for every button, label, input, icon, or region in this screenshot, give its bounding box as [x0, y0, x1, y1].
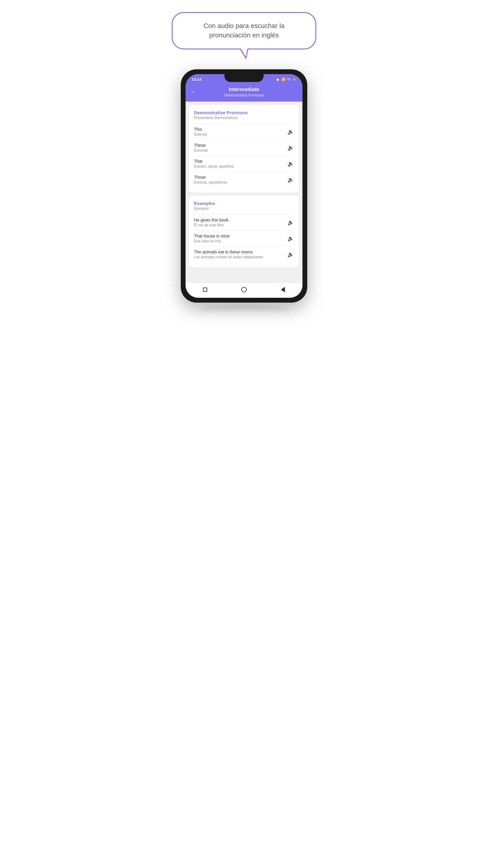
nav-back-button[interactable] — [202, 286, 208, 293]
section1-title: Demonstrative Pronouns — [194, 110, 294, 115]
vocab-es-this: Este/a/o — [194, 132, 207, 136]
page-wrapper: Con audio para escuchar la pronunciación… — [163, 12, 325, 314]
example-item-1[interactable]: He gives this book Él me da este libro 🔉 — [194, 214, 294, 230]
pronouns-card: Demonstrative Pronouns Pronombres Demost… — [189, 105, 299, 192]
charging-icon: ⚡ — [292, 78, 296, 82]
square-icon — [203, 287, 207, 292]
content-area: Demonstrative Pronouns Pronombres Demost… — [186, 101, 302, 282]
audio-icon-those[interactable]: 🔉 — [287, 176, 294, 183]
vocab-text-these: These Estos/as — [194, 143, 208, 153]
notch — [224, 74, 264, 82]
vocab-text-this: This Este/a/o — [194, 127, 207, 136]
vocab-text-those: Those Esos/as, aquellos/as — [194, 175, 227, 184]
circle-icon — [241, 287, 247, 292]
example-text-2: That house is mine Esa casa es mía — [194, 234, 230, 243]
vocab-es-that: Ese/a/o, aquel, aquello/a — [194, 164, 234, 168]
vocab-en-these: These — [194, 143, 208, 148]
vocab-en-this: This — [194, 127, 207, 132]
audio-icon-example-1[interactable]: 🔉 — [287, 219, 294, 226]
example-en-3: The animals eat in these rooms — [194, 250, 263, 254]
audio-icon-example-2[interactable]: 🔉 — [287, 235, 294, 242]
example-en-1: He gives this book — [194, 218, 228, 222]
section2-title: Examples — [194, 201, 294, 206]
status-icons: ⏰ 📶 43 ⚡ — [275, 78, 296, 82]
vocab-en-those: Those — [194, 175, 227, 180]
vocab-es-those: Esos/as, aquellos/as — [194, 180, 227, 184]
nav-home-button[interactable] — [241, 286, 247, 293]
triangle-icon — [281, 287, 285, 292]
speech-bubble-text: Con audio para escuchar la pronunciación… — [185, 22, 303, 40]
vocab-item-this[interactable]: This Este/a/o 🔉 — [194, 124, 294, 140]
app-header: ← Intermediate Demonstrative Pronouns — [186, 84, 302, 101]
example-en-2: That house is mine — [194, 234, 230, 239]
vocab-item-those[interactable]: Those Esos/as, aquellos/as 🔉 — [194, 172, 294, 187]
audio-icon-this[interactable]: 🔉 — [287, 128, 294, 135]
examples-card: Examples Ejemplos He gives this book Él … — [189, 196, 299, 267]
section1-subtitle: Pronombres Demostrativos — [194, 116, 294, 120]
example-item-2[interactable]: That house is mine Esa casa es mía 🔉 — [194, 230, 294, 246]
audio-icon-these[interactable]: 🔉 — [287, 144, 294, 151]
vocab-item-that[interactable]: That Ese/a/o, aquel, aquello/a 🔉 — [194, 156, 294, 172]
nav-bar — [186, 282, 302, 298]
back-button[interactable]: ← — [190, 88, 196, 95]
vocab-text-that: That Ese/a/o, aquel, aquello/a — [194, 159, 234, 168]
header-text: Intermediate Demonstrative Pronouns — [200, 87, 288, 97]
header-title: Intermediate — [200, 87, 288, 93]
example-es-2: Esa casa es mía — [194, 239, 230, 243]
status-time: 13:14 — [192, 77, 201, 82]
example-es-3: Los animales comen en estas habitaciones — [194, 255, 263, 259]
audio-icon-example-3[interactable]: 🔉 — [287, 251, 294, 258]
example-item-3[interactable]: The animals eat in these rooms Los anima… — [194, 246, 294, 262]
example-text-3: The animals eat in these rooms Los anima… — [194, 250, 263, 259]
nav-recents-button[interactable] — [280, 286, 286, 293]
example-es-1: Él me da este libro — [194, 223, 228, 227]
vocab-en-that: That — [194, 159, 234, 164]
example-text-1: He gives this book Él me da este libro — [194, 218, 228, 227]
phone-reflection — [199, 305, 289, 314]
vocab-item-these[interactable]: These Estos/as 🔉 — [194, 140, 294, 156]
alarm-icon: ⏰ — [275, 78, 280, 82]
battery-level: 43 — [287, 78, 291, 81]
phone-frame: 13:14 ⏰ 📶 43 ⚡ ← Intermediate Demonstrat… — [181, 69, 307, 303]
vocab-es-these: Estos/as — [194, 148, 208, 153]
header-subtitle: Demonstrative Pronouns — [200, 93, 288, 97]
speech-bubble: Con audio para escuchar la pronunciación… — [172, 12, 316, 50]
wifi-icon: 📶 — [281, 78, 286, 82]
audio-icon-that[interactable]: 🔉 — [287, 160, 294, 167]
section2-subtitle: Ejemplos — [194, 207, 294, 211]
phone-inner: 13:14 ⏰ 📶 43 ⚡ ← Intermediate Demonstrat… — [186, 74, 302, 298]
